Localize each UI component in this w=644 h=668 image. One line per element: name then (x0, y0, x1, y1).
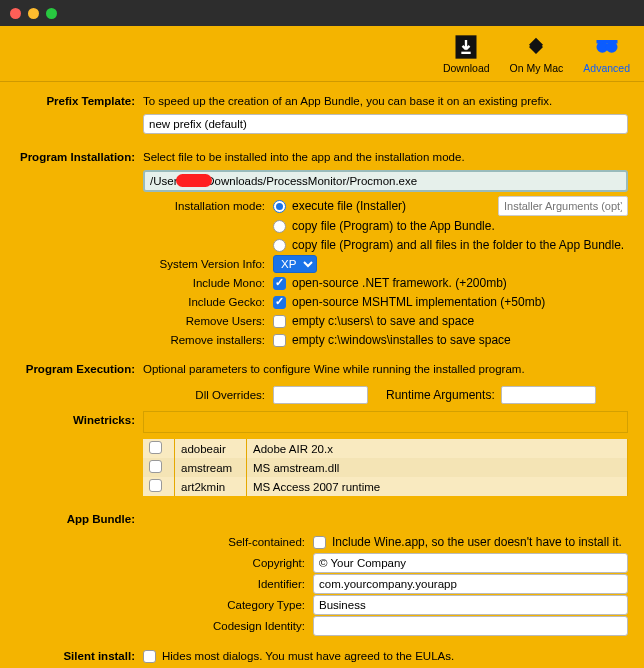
mode-copyall-text: copy file (Program) and all files in the… (292, 238, 624, 252)
window-titlebar (0, 0, 644, 26)
winetricks-table: adobeairAdobe AIR 20.xamstreamMS amstrea… (143, 439, 628, 496)
remove-installers-text: empty c:\windows\installes to save space (292, 333, 511, 347)
installation-mode-label: Installation mode: (16, 197, 273, 215)
onmymac-icon (522, 33, 550, 61)
download-icon (452, 33, 480, 61)
include-gecko-label: Include Gecko: (16, 293, 273, 311)
installer-arguments-input[interactable] (498, 196, 628, 216)
runtime-arguments-input[interactable] (501, 386, 596, 404)
winetricks-item-name: adobeair (175, 439, 247, 458)
silent-install-text: Hides most dialogs. You must have agreed… (162, 650, 454, 662)
mode-copyall-radio[interactable] (273, 239, 286, 252)
minimize-window-button[interactable] (28, 8, 39, 19)
app-bundle-label: App Bundle: (16, 510, 143, 528)
close-window-button[interactable] (10, 8, 21, 19)
include-gecko-checkbox[interactable] (273, 296, 286, 309)
tab-onmymac[interactable]: On My Mac (510, 33, 564, 74)
program-installation-desc: Select file to be installed into the app… (143, 148, 628, 166)
dll-overrides-input[interactable] (273, 386, 368, 404)
winetricks-item-checkbox[interactable] (149, 441, 162, 454)
winetricks-item-desc: Adobe AIR 20.x (247, 439, 628, 458)
identifier-input[interactable] (313, 574, 628, 594)
tab-advanced[interactable]: Advanced (583, 33, 630, 74)
mode-copy-radio[interactable] (273, 220, 286, 233)
self-contained-text: Include Wine.app, so the user doesn't ha… (332, 535, 622, 549)
zoom-window-button[interactable] (46, 8, 57, 19)
identifier-label: Identifier: (16, 574, 313, 594)
include-mono-label: Include Mono: (16, 274, 273, 292)
tab-advanced-label: Advanced (583, 62, 630, 74)
remove-installers-label: Remove installers: (16, 331, 273, 349)
winetricks-item-checkbox[interactable] (149, 460, 162, 473)
content-panel: Prefix Template: To speed up the creatio… (0, 82, 644, 665)
winetricks-item-desc: MS Access 2007 runtime (247, 477, 628, 496)
winetricks-row[interactable]: amstreamMS amstream.dll (143, 458, 628, 477)
tab-download[interactable]: Download (443, 33, 490, 74)
silent-install-checkbox[interactable] (143, 650, 156, 663)
svg-rect-1 (462, 52, 471, 54)
codesign-identity-input[interactable] (313, 616, 628, 636)
prefix-template-desc: To speed up the creation of an App Bundl… (143, 92, 628, 110)
program-path-input[interactable] (143, 170, 628, 192)
silent-install-label: Silent install: (16, 647, 143, 665)
svg-rect-4 (596, 40, 617, 44)
runtime-arguments-label: Runtime Arguments: (386, 388, 495, 402)
include-mono-text: open-source .NET framework. (+200mb) (292, 276, 507, 290)
mode-execute-radio[interactable] (273, 200, 286, 213)
tab-onmymac-label: On My Mac (510, 62, 564, 74)
remove-users-label: Remove Users: (16, 312, 273, 330)
system-version-select[interactable]: XP (273, 255, 317, 273)
dll-overrides-label: Dll Overrides: (16, 386, 273, 404)
remove-users-checkbox[interactable] (273, 315, 286, 328)
self-contained-checkbox[interactable] (313, 536, 326, 549)
system-version-label: System Version Info: (16, 255, 273, 273)
winetricks-item-name: art2kmin (175, 477, 247, 496)
winetricks-label: Winetricks: (16, 411, 143, 429)
advanced-icon (593, 33, 621, 61)
program-execution-desc: Optional parameters to configure Wine wh… (143, 360, 628, 378)
copyright-input[interactable] (313, 553, 628, 573)
program-execution-label: Program Execution: (16, 360, 143, 378)
mode-execute-text: execute file (Installer) (292, 199, 406, 213)
codesign-identity-label: Codesign Identity: (16, 616, 313, 636)
winetricks-item-desc: MS amstream.dll (247, 458, 628, 477)
toolbar: Download On My Mac Advanced (0, 26, 644, 82)
include-mono-checkbox[interactable] (273, 277, 286, 290)
mode-copy-text: copy file (Program) to the App Bundle. (292, 219, 495, 233)
category-type-input[interactable] (313, 595, 628, 615)
prefix-template-input[interactable] (143, 114, 628, 134)
tab-download-label: Download (443, 62, 490, 74)
copyright-label: Copyright: (16, 553, 313, 573)
remove-users-text: empty c:\users\ to save and space (292, 314, 474, 328)
winetricks-filter[interactable] (143, 411, 628, 433)
self-contained-label: Self-contained: (16, 532, 313, 552)
program-installation-label: Program Installation: (16, 148, 143, 166)
winetricks-item-checkbox[interactable] (149, 479, 162, 492)
winetricks-row[interactable]: art2kminMS Access 2007 runtime (143, 477, 628, 496)
include-gecko-text: open-source MSHTML implementation (+50mb… (292, 295, 545, 309)
remove-installers-checkbox[interactable] (273, 334, 286, 347)
prefix-template-label: Prefix Template: (16, 92, 143, 110)
winetricks-row[interactable]: adobeairAdobe AIR 20.x (143, 439, 628, 458)
category-type-label: Category Type: (16, 595, 313, 615)
winetricks-item-name: amstream (175, 458, 247, 477)
